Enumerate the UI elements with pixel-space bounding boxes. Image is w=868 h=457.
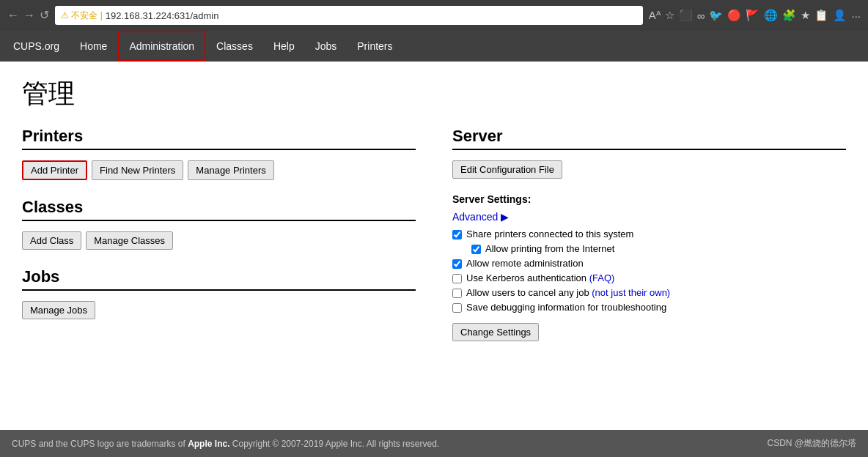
two-column-layout: Printers Add Printer Find New Printers M… [22,127,846,359]
extensions-icon[interactable]: 🧩 [782,9,796,22]
collections-icon[interactable]: 📋 [814,9,828,22]
server-buttons: Edit Configuration File [452,160,846,179]
main-nav: CUPS.org Home Administration Classes Hel… [0,31,868,62]
nav-cups-org[interactable]: CUPS.org [3,31,70,62]
font-size-icon[interactable]: Aᴬ [649,9,661,22]
checkbox-use-kerberos: Use Kerberos authentication (FAQ) [452,272,846,283]
allow-remote-admin-label: Allow remote administration [466,258,584,269]
extension-icon3[interactable]: 🐦 [709,9,723,22]
classes-heading: Classes [22,198,416,221]
extension-icon2[interactable]: ∞ [697,10,705,22]
nav-administration[interactable]: Administration [117,31,206,62]
server-settings-label: Server Settings: [452,193,846,205]
address-bar[interactable]: ⚠ 不安全 | 192.168.31.224:631/admin [55,6,643,25]
nav-home[interactable]: Home [70,31,117,62]
change-settings-container: Change Settings [452,323,846,341]
extension-icon4[interactable]: 🔴 [727,9,741,22]
save-debug-label: Save debugging information for troublesh… [466,302,666,313]
menu-icon[interactable]: ··· [851,10,861,22]
extension-icon1[interactable]: ⬛ [679,9,693,22]
manage-printers-button[interactable]: Manage Printers [188,160,273,180]
checkbox-share-printers: Share printers connected to this system [452,228,846,239]
add-class-button[interactable]: Add Class [22,231,81,250]
extension-icon5[interactable]: 🚩 [746,9,760,22]
jobs-buttons: Manage Jobs [22,301,416,319]
use-kerberos-checkbox[interactable] [452,274,462,283]
checkbox-allow-printing-internet: Allow printing from the Internet [471,243,846,254]
nav-printers[interactable]: Printers [347,31,402,62]
allow-remote-admin-checkbox[interactable] [452,259,462,269]
refresh-button[interactable]: ↺ [40,10,49,21]
use-kerberos-label: Use Kerberos authentication (FAQ) [466,272,614,283]
profile-icon[interactable]: 👤 [833,9,847,22]
server-section: Server Edit Configuration File Server Se… [452,127,846,341]
manage-classes-button[interactable]: Manage Classes [86,231,173,250]
share-printers-checkbox[interactable] [452,230,462,239]
share-printers-label: Share printers connected to this system [466,228,633,239]
browser-controls: ← → ↺ [7,10,49,21]
nav-help[interactable]: Help [263,31,305,62]
favorites-icon[interactable]: ★ [801,9,810,22]
left-column: Printers Add Printer Find New Printers M… [22,127,445,359]
jobs-section: Jobs Manage Jobs [22,267,416,319]
nav-jobs[interactable]: Jobs [305,31,347,62]
edit-config-button[interactable]: Edit Configuration File [452,160,562,179]
manage-jobs-button[interactable]: Manage Jobs [22,301,95,319]
right-column: Server Edit Configuration File Server Se… [445,127,846,359]
allow-printing-internet-label: Allow printing from the Internet [485,243,614,254]
server-heading: Server [452,127,846,150]
allow-printing-internet-checkbox[interactable] [471,245,481,254]
forward-button[interactable]: → [23,10,35,21]
browser-chrome: ← → ↺ ⚠ 不安全 | 192.168.31.224:631/admin A… [0,0,868,31]
nav-classes[interactable]: Classes [206,31,263,62]
url-text: 192.168.31.224:631/admin [106,10,219,21]
advanced-link[interactable]: Advanced ▶ [452,211,846,223]
checkbox-allow-cancel: Allow users to cancel any job (not just … [452,287,846,298]
bookmark-star-icon[interactable]: ☆ [665,9,674,22]
back-button[interactable]: ← [7,10,19,21]
printers-heading: Printers [22,127,416,150]
checkbox-save-debug: Save debugging information for troublesh… [452,302,846,313]
allow-cancel-label: Allow users to cancel any job (not just … [466,287,670,298]
classes-section: Classes Add Class Manage Classes [22,198,416,250]
save-debug-checkbox[interactable] [452,303,462,313]
page-title: 管理 [22,76,846,112]
checkbox-allow-remote-admin: Allow remote administration [452,258,846,269]
allow-cancel-checkbox[interactable] [452,289,462,298]
classes-buttons: Add Class Manage Classes [22,231,416,250]
extension-icon6[interactable]: 🌐 [764,9,778,22]
printers-buttons: Add Printer Find New Printers Manage Pri… [22,160,416,180]
not-just-own-link[interactable]: (not just their own) [592,287,670,298]
faq-link[interactable]: (FAQ) [589,272,615,283]
change-settings-button[interactable]: Change Settings [452,323,539,341]
security-warning: ⚠ 不安全 | [61,10,103,22]
browser-toolbar-icons: Aᴬ ☆ ⬛ ∞ 🐦 🔴 🚩 🌐 🧩 ★ 📋 👤 ··· [649,9,861,22]
jobs-heading: Jobs [22,267,416,291]
main-content: 管理 Printers Add Printer Find New Printer… [0,62,868,374]
add-printer-button[interactable]: Add Printer [22,160,87,180]
printers-section: Printers Add Printer Find New Printers M… [22,127,416,180]
find-new-printers-button[interactable]: Find New Printers [92,160,183,180]
